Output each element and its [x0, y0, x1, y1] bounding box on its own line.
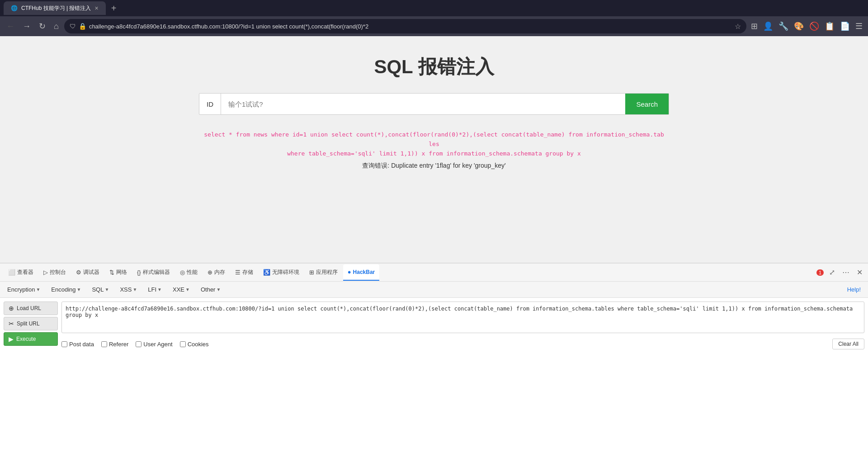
sql-label: SQL — [92, 286, 104, 293]
tab-apps[interactable]: ⊞ 应用程序 — [305, 264, 342, 281]
memory-icon: ⊕ — [208, 269, 212, 276]
tab-console-label: 控制台 — [50, 269, 66, 276]
hackbar-main-panel: http://challenge-a8c4fcd7a6890e16.sandbo… — [61, 302, 864, 453]
tab-accessibility-label: 无障碍环境 — [272, 269, 299, 276]
address-bar: 🛡 🔒 ☆ — [64, 19, 746, 33]
forward-button[interactable]: → — [20, 20, 33, 33]
tab-network-label: 网络 — [116, 269, 127, 276]
hackbar-dot-icon: ● — [348, 269, 351, 275]
tab-performance[interactable]: ◎ 性能 — [175, 264, 202, 281]
tab-title: CTFHub 技能学习 | 报错注入 — [21, 5, 91, 12]
cookies-label: Cookies — [188, 341, 209, 348]
split-url-label: Split URL — [17, 320, 40, 327]
tab-performance-label: 性能 — [187, 269, 198, 276]
xss-menu[interactable]: XSS ▼ — [116, 285, 141, 294]
sql-query-line2: where table_schema='sqli' limit 1,1)) x … — [287, 150, 581, 157]
split-url-button[interactable]: ✂ Split URL — [4, 317, 58, 330]
browser-wrapper: 🌐 CTFHub 技能学习 | 报错注入 × + ← → ↻ ⌂ 🛡 🔒 ☆ ⊞… — [0, 0, 868, 457]
hackbar-left-panel: ⊕ Load URL ✂ Split URL ▶ Execute — [4, 302, 58, 453]
browser-window: 🌐 CTFHub 技能学习 | 报错注入 × + ← → ↻ ⌂ 🛡 🔒 ☆ ⊞… — [0, 0, 868, 457]
xss-arrow: ▼ — [132, 287, 137, 292]
bookmark-icon[interactable]: ☆ — [735, 22, 741, 31]
error-count-badge: 1 — [816, 269, 824, 276]
network-icon: ⇅ — [109, 269, 114, 276]
sql-arrow: ▼ — [104, 287, 109, 292]
devtools-more-button[interactable]: ⋯ — [840, 267, 851, 278]
referer-label: Referer — [109, 341, 128, 348]
id-label: ID — [199, 94, 221, 114]
addon1-icon[interactable]: 🔧 — [777, 19, 790, 33]
xss-label: XSS — [120, 286, 132, 293]
cookies-input[interactable] — [180, 341, 186, 347]
cookies-checkbox[interactable]: Cookies — [180, 341, 209, 348]
tab-debugger-label: 调试器 — [83, 269, 99, 276]
addon4-icon[interactable]: 📋 — [823, 19, 836, 33]
execute-button[interactable]: ▶ Execute — [4, 332, 58, 346]
post-data-checkbox[interactable]: Post data — [61, 341, 94, 348]
load-url-label: Load URL — [17, 305, 41, 311]
home-button[interactable]: ⌂ — [51, 20, 61, 33]
tab-memory[interactable]: ⊕ 内存 — [203, 264, 230, 281]
page-area: SQL 报错注入 ID Search select * from news wh… — [0, 36, 868, 263]
encoding-label: Encoding — [51, 286, 75, 293]
profile-icon[interactable]: 👤 — [761, 19, 775, 33]
extensions-icon[interactable]: ⊞ — [749, 19, 760, 33]
tab-inspector[interactable]: ⬜ 查看器 — [4, 264, 38, 281]
url-textarea[interactable]: http://challenge-a8c4fcd7a6890e16.sandbo… — [61, 302, 864, 333]
back-button[interactable]: ← — [4, 20, 17, 33]
load-url-button[interactable]: ⊕ Load URL — [4, 302, 58, 315]
sql-error: 查询错误: Duplicate entry '1flag' for key 'g… — [203, 162, 665, 170]
lfi-menu[interactable]: LFI ▼ — [144, 285, 165, 294]
clear-all-button[interactable]: Clear All — [832, 339, 864, 349]
tab-bar: 🌐 CTFHub 技能学习 | 报错注入 × + — [0, 0, 868, 16]
encryption-menu[interactable]: Encryption ▼ — [4, 285, 44, 294]
refresh-button[interactable]: ↻ — [36, 19, 48, 33]
devtools-panel: ⬜ 查看器 ▷ 控制台 ⚙ 调试器 ⇅ 网络 {} 样式编辑器 — [0, 263, 868, 457]
addon3-icon[interactable]: 🚫 — [807, 19, 821, 33]
referer-input[interactable] — [101, 341, 107, 347]
search-button[interactable]: Search — [625, 94, 669, 114]
devtools-expand-button[interactable]: ⤢ — [827, 267, 837, 278]
console-icon: ▷ — [43, 269, 48, 276]
toolbar-icons: ⊞ 👤 🔧 🎨 🚫 📋 📄 ☰ — [749, 19, 864, 33]
tab-accessibility[interactable]: ♿ 无障碍环境 — [259, 264, 304, 281]
sql-query-line1: select * from news where id=1 union sele… — [204, 131, 664, 147]
tab-storage[interactable]: ☰ 存储 — [231, 264, 258, 281]
tab-console[interactable]: ▷ 控制台 — [39, 264, 71, 281]
load-url-icon: ⊕ — [9, 305, 14, 312]
menu-button[interactable]: ☰ — [854, 19, 864, 33]
addon5-icon[interactable]: 📄 — [838, 19, 852, 33]
post-data-input[interactable] — [61, 341, 67, 347]
sql-menu[interactable]: SQL ▼ — [88, 285, 113, 294]
tab-close-button[interactable]: × — [94, 5, 98, 12]
devtools-close-button[interactable]: ✕ — [855, 267, 864, 278]
help-link[interactable]: Help! — [847, 286, 864, 293]
shield-icon: 🛡 — [70, 23, 76, 30]
inspector-icon: ⬜ — [8, 269, 15, 276]
tab-hackbar[interactable]: ● HackBar — [343, 264, 380, 281]
style-icon: {} — [137, 269, 141, 276]
url-input[interactable] — [89, 23, 732, 30]
tab-memory-label: 内存 — [214, 269, 225, 276]
execute-icon: ▶ — [9, 335, 14, 343]
other-menu[interactable]: Other ▼ — [197, 285, 224, 294]
addon2-icon[interactable]: 🎨 — [792, 19, 806, 33]
referer-checkbox[interactable]: Referer — [101, 341, 128, 348]
search-form: ID Search — [199, 93, 669, 115]
tab-style-editor[interactable]: {} 样式编辑器 — [132, 264, 175, 281]
other-arrow: ▼ — [216, 287, 221, 292]
tab-network[interactable]: ⇅ 网络 — [105, 264, 132, 281]
tab-icon: 🌐 — [11, 5, 18, 11]
lfi-arrow: ▼ — [157, 287, 162, 292]
other-label: Other — [201, 286, 216, 293]
encoding-menu[interactable]: Encoding ▼ — [47, 285, 85, 294]
search-input[interactable] — [221, 94, 625, 114]
user-agent-input[interactable] — [136, 341, 142, 347]
tab-debugger[interactable]: ⚙ 调试器 — [71, 264, 104, 281]
active-tab[interactable]: 🌐 CTFHub 技能学习 | 报错注入 × — [4, 1, 106, 15]
xxe-menu[interactable]: XXE ▼ — [169, 285, 193, 294]
user-agent-checkbox[interactable]: User Agent — [136, 341, 172, 348]
encryption-label: Encryption — [7, 286, 35, 293]
tab-hackbar-label: HackBar — [353, 269, 375, 275]
new-tab-button[interactable]: + — [108, 3, 120, 14]
